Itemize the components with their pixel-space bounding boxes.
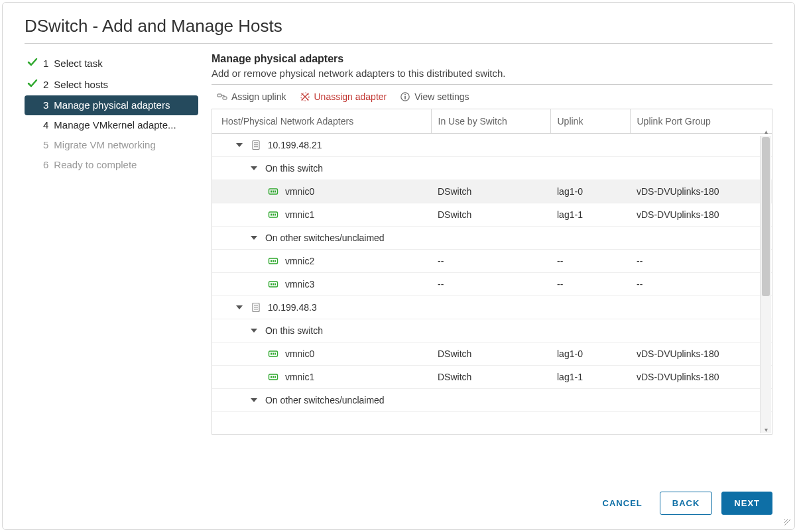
adapters-table-container: Host/Physical Network Adapters In Use by… (212, 109, 772, 435)
svg-rect-33 (275, 353, 276, 355)
adapter-row[interactable]: vmnic1 DSwitch lag1-1 vDS-DVUplinks-180 (212, 203, 772, 227)
svg-rect-28 (254, 307, 258, 307)
wizard-step-index: 1 (43, 58, 48, 70)
svg-rect-29 (254, 309, 258, 309)
svg-rect-35 (271, 376, 272, 378)
svg-rect-5 (404, 94, 406, 95)
wizard-step-label: Migrate VM networking (54, 139, 155, 151)
wizard-step-migrate-vm-networking: 5 Migrate VM networking (25, 135, 198, 155)
wizard-step-manage-physical-adapters[interactable]: 3 Manage physical adapters (25, 95, 198, 115)
cell-in-use: DSwitch (431, 203, 550, 227)
col-header-in-use[interactable]: In Use by Switch (431, 109, 550, 134)
svg-rect-1 (223, 97, 227, 99)
svg-rect-9 (254, 146, 258, 147)
svg-rect-19 (271, 260, 272, 262)
cell-uplink: lag1-0 (550, 180, 630, 203)
dialog-wizard: DSwitch - Add and Manage Hosts 1 Select … (2, 2, 795, 530)
adapter-name: vmnic0 (285, 186, 314, 197)
table-toolbar: Assign uplink Unassign adapter View sett… (212, 85, 772, 109)
group-label: On this switch (265, 163, 323, 174)
wizard-step-index: 2 (43, 79, 48, 91)
col-header-uplink[interactable]: Uplink (550, 109, 630, 134)
scroll-down-icon[interactable]: ▾ (761, 425, 771, 434)
main-heading: Manage physical adapters (212, 53, 772, 65)
expand-toggle-icon[interactable] (236, 305, 243, 309)
adapter-row[interactable]: vmnic3 -- -- -- (212, 273, 772, 296)
cell-uplink: -- (550, 273, 630, 296)
wizard-step-manage-vmkernel[interactable]: 4 Manage VMkernel adapte... (25, 115, 198, 135)
host-row[interactable]: 10.199.48.3 (212, 296, 772, 319)
cell-port-group: vDS-DVUplinks-180 (630, 343, 772, 366)
col-header-adapters[interactable]: Host/Physical Network Adapters (212, 109, 431, 134)
assign-uplink-label: Assign uplink (231, 91, 286, 102)
group-row-on-this-switch[interactable]: On this switch (212, 319, 772, 343)
assign-uplink-button[interactable]: Assign uplink (217, 91, 286, 102)
host-row[interactable]: 10.199.48.21 (212, 134, 772, 157)
assign-uplink-icon (217, 91, 227, 102)
expand-toggle-icon[interactable] (251, 236, 257, 240)
wizard-step-select-task[interactable]: 1 Select task (25, 53, 198, 74)
resize-handle[interactable] (782, 517, 792, 527)
group-label: On other switches/unclaimed (265, 233, 385, 243)
svg-rect-27 (254, 305, 258, 305)
svg-rect-12 (273, 191, 274, 193)
wizard-step-label: Select hosts (54, 79, 108, 91)
cell-port-group: vDS-DVUplinks-180 (630, 203, 772, 227)
svg-rect-32 (273, 353, 274, 355)
svg-rect-8 (254, 144, 258, 145)
adapter-name: vmnic1 (285, 209, 314, 220)
content-row: 1 Select task 2 Select hosts 3 Manage ph… (25, 50, 772, 435)
table-header-row: Host/Physical Network Adapters In Use by… (212, 109, 772, 134)
scrollbar-thumb[interactable] (762, 137, 770, 296)
view-settings-button[interactable]: View settings (400, 91, 469, 102)
svg-rect-21 (275, 260, 276, 262)
group-row-on-this-switch[interactable]: On this switch (212, 157, 772, 180)
wizard-step-label: Manage physical adapters (54, 99, 170, 111)
svg-rect-24 (273, 284, 274, 286)
back-button[interactable]: BACK (660, 492, 713, 515)
nic-icon (268, 256, 278, 266)
svg-rect-15 (271, 214, 272, 216)
unassign-adapter-button[interactable]: Unassign adapter (300, 91, 387, 102)
group-row-on-other[interactable]: On other switches/unclaimed (212, 389, 772, 412)
cell-port-group: -- (630, 250, 772, 273)
svg-rect-16 (273, 214, 274, 216)
group-row-on-other[interactable]: On other switches/unclaimed (212, 227, 772, 250)
expand-toggle-icon[interactable] (251, 398, 257, 402)
nic-icon (268, 279, 278, 290)
expand-toggle-icon[interactable] (236, 143, 243, 147)
check-icon (27, 57, 38, 70)
col-header-port-group[interactable]: Uplink Port Group (630, 109, 772, 134)
wizard-step-ready-to-complete: 6 Ready to complete (25, 155, 198, 175)
adapter-name: vmnic2 (285, 256, 314, 266)
wizard-step-label: Ready to complete (54, 159, 137, 171)
cancel-button[interactable]: CANCEL (595, 492, 650, 515)
cell-in-use: DSwitch (431, 343, 550, 366)
adapter-row[interactable]: vmnic0 DSwitch lag1-0 vDS-DVUplinks-180 (212, 180, 772, 203)
svg-rect-37 (275, 376, 276, 378)
view-settings-label: View settings (414, 91, 469, 102)
svg-rect-13 (275, 191, 276, 193)
adapter-row[interactable]: vmnic2 -- -- -- (212, 250, 772, 273)
scroll-up-icon[interactable]: ▴ (761, 127, 771, 136)
wizard-steps: 1 Select task 2 Select hosts 3 Manage ph… (25, 50, 198, 435)
svg-rect-11 (271, 191, 272, 193)
cell-uplink: -- (550, 250, 630, 273)
wizard-step-index: 3 (43, 99, 48, 111)
wizard-step-select-hosts[interactable]: 2 Select hosts (25, 74, 198, 95)
wizard-step-index: 6 (43, 159, 48, 171)
adapter-row[interactable]: vmnic1 DSwitch lag1-1 vDS-DVUplinks-180 (212, 366, 772, 389)
cell-in-use: -- (431, 250, 550, 273)
svg-rect-17 (275, 214, 276, 216)
expand-toggle-icon[interactable] (251, 166, 257, 170)
scrollbar-track[interactable]: ▴ ▾ (760, 136, 771, 433)
svg-rect-25 (275, 284, 276, 286)
adapters-table: Host/Physical Network Adapters In Use by… (212, 109, 772, 412)
unassign-adapter-icon (300, 91, 310, 102)
expand-toggle-icon[interactable] (251, 329, 257, 333)
host-ip: 10.199.48.21 (268, 140, 322, 150)
next-button[interactable]: NEXT (721, 492, 772, 515)
svg-rect-0 (217, 94, 221, 97)
adapter-row[interactable]: vmnic0 DSwitch lag1-0 vDS-DVUplinks-180 (212, 343, 772, 366)
cell-uplink: lag1-0 (550, 343, 630, 366)
